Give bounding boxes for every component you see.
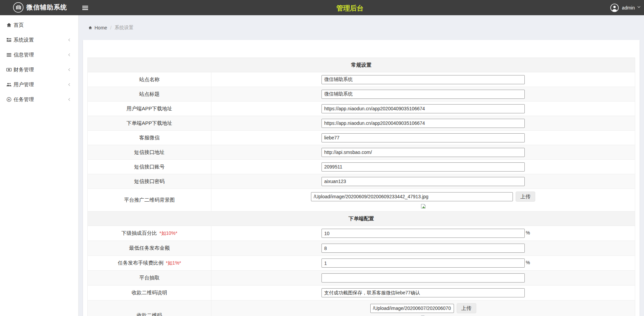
- chevron-left-icon: [68, 98, 71, 101]
- list-alt-icon: [6, 37, 12, 43]
- brand-logo-icon: [13, 2, 24, 13]
- chevron-down-icon: [638, 5, 640, 7]
- home-icon: [6, 22, 12, 28]
- home-icon: [88, 26, 92, 30]
- settings-form: 常规设置 站点名称 站点标题 用户端APP下载地址 下单: [87, 58, 635, 316]
- sidebar-item-label: 用户管理: [14, 82, 34, 88]
- field-label: 下级抽成百分比: [122, 230, 157, 236]
- main-content: Home / 系统设置 常规设置 站点名称 站点标题 用户端APP下载地址: [79, 15, 644, 316]
- sidebar-item-label: 任务管理: [14, 96, 34, 103]
- field-label: 客服微信: [139, 135, 160, 141]
- field-label: 用户端APP下载地址: [126, 106, 172, 112]
- form-row-sms-account: 短信接口账号: [88, 160, 635, 174]
- payment-qr-path-input[interactable]: [370, 304, 454, 313]
- form-row-site-name: 站点名称: [88, 72, 635, 87]
- user-menu[interactable]: admin: [610, 0, 640, 15]
- sidebar-item-user-management[interactable]: 用户管理: [0, 77, 78, 92]
- breadcrumb: Home / 系统设置: [79, 15, 644, 40]
- form-row-order-app-url: 下单端APP下载地址: [88, 116, 635, 131]
- sidebar-item-system-settings[interactable]: 系统设置: [0, 32, 78, 47]
- promo-qr-path-input[interactable]: [311, 192, 513, 201]
- chevron-left-icon: [68, 83, 71, 86]
- bars-icon: [6, 52, 12, 58]
- form-row-service-wechat: 客服微信: [88, 131, 635, 145]
- sidebar-item-label: 系统设置: [14, 37, 34, 43]
- field-label: 任务发布手续费比例: [118, 260, 163, 266]
- username: admin: [622, 5, 635, 10]
- section-header-order-config: 下单端配置: [88, 211, 635, 226]
- site-name-input[interactable]: [321, 75, 525, 84]
- hamburger-menu-icon[interactable]: [82, 5, 88, 12]
- sms-password-input[interactable]: [321, 177, 525, 186]
- task-fee-ratio-input[interactable]: [321, 258, 525, 268]
- settings-card: 常规设置 站点名称 站点标题 用户端APP下载地址 下单: [83, 40, 640, 316]
- users-icon: [6, 82, 12, 87]
- avatar-icon: [610, 3, 619, 12]
- sms-api-url-input[interactable]: [321, 148, 525, 157]
- sidebar-item-task-management[interactable]: R 任务管理: [0, 92, 78, 107]
- form-row-payment-qr-note: 收款二维码说明: [88, 286, 635, 300]
- chevron-left-icon: [68, 68, 71, 71]
- form-row-sub-commission: 下级抽成百分比 *如10%* %: [88, 226, 635, 241]
- form-row-promo-qr-background: 平台推广二维码背景图 上传: [88, 189, 635, 211]
- chevron-left-icon: [68, 39, 71, 41]
- platform-cut-input[interactable]: [321, 273, 525, 283]
- form-row-site-title: 站点标题: [88, 87, 635, 101]
- money-icon: [6, 67, 12, 72]
- field-label: 平台抽取: [139, 275, 160, 281]
- field-label: 站点名称: [139, 76, 160, 83]
- order-app-url-input[interactable]: [321, 119, 525, 128]
- percent-suffix: %: [526, 230, 530, 235]
- breadcrumb-home-link[interactable]: Home: [88, 25, 107, 30]
- form-row-task-fee-ratio: 任务发布手续费比例 *如1%* %: [88, 256, 635, 271]
- field-label: 站点标题: [139, 91, 160, 97]
- form-row-payment-qr: 收款二维码 上传: [88, 300, 635, 316]
- field-label: 收款二维码说明: [132, 290, 167, 296]
- field-label: 下单端APP下载地址: [126, 120, 172, 127]
- sms-account-input[interactable]: [321, 162, 525, 172]
- upload-button[interactable]: 上传: [457, 303, 476, 313]
- brand: 微信辅助系统: [13, 2, 67, 13]
- service-wechat-input[interactable]: [321, 133, 525, 142]
- sidebar-item-label: 财务管理: [14, 67, 34, 73]
- top-bar: 微信辅助系统 管理后台 admin: [0, 0, 644, 15]
- field-label: 最低任务发布金额: [129, 245, 170, 251]
- percent-suffix: %: [526, 260, 530, 265]
- field-label: 短信接口密码: [134, 178, 165, 185]
- payment-qr-note-input[interactable]: [321, 288, 525, 297]
- sidebar-item-label: 信息管理: [14, 52, 34, 58]
- form-row-user-app-url: 用户端APP下载地址: [88, 101, 635, 116]
- form-row-sms-api-url: 短信接口地址: [88, 145, 635, 160]
- breadcrumb-current: 系统设置: [115, 25, 133, 31]
- brand-name: 微信辅助系统: [26, 3, 67, 12]
- form-row-sms-password: 短信接口密码: [88, 174, 635, 189]
- field-hint: *如1%*: [166, 260, 181, 266]
- sub-commission-input[interactable]: [321, 229, 525, 238]
- breadcrumb-separator: /: [110, 25, 111, 30]
- sidebar-item-home[interactable]: 首页: [0, 18, 78, 32]
- form-row-platform-cut: 平台抽取: [88, 271, 635, 286]
- form-row-min-task-amount: 最低任务发布金额: [88, 241, 635, 256]
- sidebar: 首页 系统设置 信息管理: [0, 15, 79, 316]
- field-label: 短信接口地址: [134, 149, 165, 156]
- min-task-amount-input[interactable]: [321, 244, 525, 253]
- svg-text:R: R: [8, 98, 10, 101]
- page-title: 管理后台: [336, 4, 363, 13]
- sidebar-item-label: 首页: [14, 22, 24, 28]
- user-app-url-input[interactable]: [321, 104, 525, 113]
- sidebar-item-finance-management[interactable]: 财务管理: [0, 62, 78, 77]
- field-label: 平台推广二维码背景图: [124, 197, 175, 203]
- sidebar-item-info-management[interactable]: 信息管理: [0, 47, 78, 62]
- field-hint: *如10%*: [160, 230, 178, 236]
- upload-button[interactable]: 上传: [516, 191, 535, 202]
- chevron-left-icon: [68, 53, 71, 56]
- site-title-input[interactable]: [321, 90, 525, 99]
- registered-icon: R: [6, 97, 12, 102]
- section-header-general: 常规设置: [88, 58, 635, 72]
- field-label: 收款二维码: [137, 312, 162, 316]
- field-label: 短信接口账号: [134, 164, 165, 170]
- broken-image-icon: [420, 203, 426, 209]
